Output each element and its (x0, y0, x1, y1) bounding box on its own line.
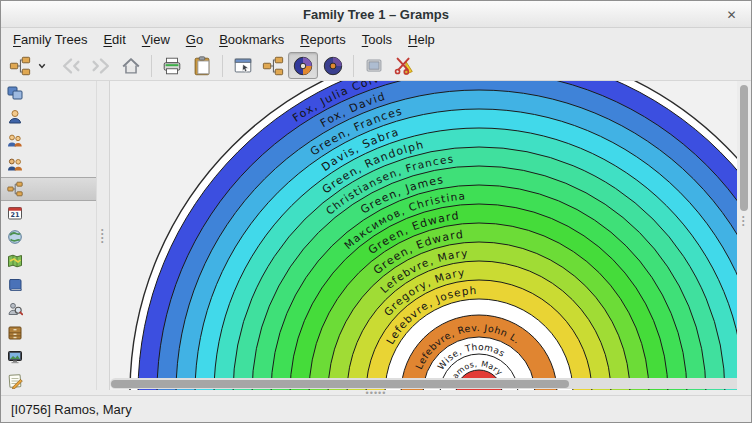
clipboard-button[interactable] (187, 52, 217, 79)
fanchart: Fox, Julia ColvilleFox, DavidGreen, Fran… (110, 81, 737, 390)
sidebar-item-charts[interactable] (1, 177, 96, 201)
repositories-icon (6, 325, 23, 342)
titlebar: Family Tree 1 – Gramps ✕ (1, 1, 751, 28)
menu-bookmarks[interactable]: Bookmarks (211, 30, 292, 49)
sidebar-item-media[interactable] (1, 345, 96, 369)
full-fanchart-view-icon (322, 55, 344, 77)
window-title: Family Tree 1 – Gramps (303, 7, 449, 22)
citations-icon (6, 301, 23, 318)
sidebar-item-places[interactable] (1, 225, 96, 249)
family-trees-button[interactable] (6, 52, 56, 79)
snapshot-button[interactable] (389, 52, 419, 79)
pedigree-view-button[interactable] (258, 52, 288, 79)
snapshot-icon (393, 55, 415, 77)
vertical-scrollbar[interactable]: ••• (737, 81, 751, 390)
charts-icon (6, 181, 23, 198)
full-fanchart-view-button[interactable] (318, 52, 348, 79)
splitter-grip[interactable]: •••• (101, 228, 103, 244)
fanchart-canvas: Fox, Julia ColvilleFox, DavidGreen, Fran… (110, 81, 737, 390)
svg-text:21: 21 (10, 211, 20, 219)
clipboard-icon (191, 55, 213, 77)
horizontal-scrollbar-thumb[interactable] (111, 380, 569, 388)
sidebar-splitter[interactable]: •••• (96, 81, 110, 390)
right-pane-grip[interactable]: ••• (742, 215, 744, 227)
dashboard-icon (6, 85, 23, 102)
sources-icon (6, 277, 23, 294)
active-person-status: [I0756] Ramos, Mary (11, 402, 132, 417)
print-icon (161, 55, 183, 77)
menu-tools[interactable]: Tools (354, 30, 400, 49)
menu-edit[interactable]: Edit (95, 30, 133, 49)
configure-view-button[interactable] (228, 52, 258, 79)
places-icon (6, 229, 23, 246)
media-icon (6, 349, 23, 366)
toolbar-separator (222, 55, 223, 77)
back-button[interactable] (56, 52, 86, 79)
sidebar-item-dashboard[interactable] (1, 81, 96, 105)
events-icon: 21 (6, 205, 23, 222)
configure-view-icon (232, 55, 254, 77)
forward-icon (90, 55, 112, 77)
sidebar-item-events[interactable]: 21 (1, 201, 96, 225)
category-sidebar: 21 (1, 81, 96, 390)
toolbar-separator (151, 55, 152, 77)
close-window-icon[interactable]: ✕ (723, 6, 740, 23)
bottombar-grip[interactable]: ••••• (366, 388, 387, 398)
sidebar-item-people[interactable] (1, 105, 96, 129)
people-icon (6, 109, 23, 126)
sidebar-item-repositories[interactable] (1, 321, 96, 345)
menubar: Family TreesEditViewGoBookmarksReportsTo… (1, 28, 751, 51)
toolbar-separator (353, 55, 354, 77)
forward-button[interactable] (86, 52, 116, 79)
main-area: 21 •••• Fox, Julia ColvilleFox, DavidGre… (1, 81, 751, 390)
menu-go[interactable]: Go (178, 30, 211, 49)
statusbar: [I0756] Ramos, Mary (1, 395, 751, 422)
home-button[interactable] (116, 52, 146, 79)
fanchart-view-button[interactable] (288, 52, 318, 79)
toolbar (1, 51, 751, 81)
sidebar-item-geography[interactable] (1, 249, 96, 273)
sidebar-item-relationships[interactable] (1, 129, 96, 153)
vertical-scrollbar-thumb[interactable] (740, 85, 748, 211)
sidebar-item-citations[interactable] (1, 297, 96, 321)
relationships-icon (6, 133, 23, 150)
export-view-icon (363, 55, 385, 77)
families-icon (6, 157, 23, 174)
chevron-down-icon (31, 55, 53, 77)
fanchart-view-icon (292, 55, 314, 77)
back-icon (60, 55, 82, 77)
menu-help[interactable]: Help (400, 30, 443, 49)
pedigree-view-icon (262, 55, 284, 77)
home-icon (120, 55, 142, 77)
gramps-window: Family Tree 1 – Gramps ✕ Family TreesEdi… (0, 0, 752, 423)
sidebar-item-families[interactable] (1, 153, 96, 177)
sidebar-item-notes[interactable] (1, 369, 96, 390)
export-view-button[interactable] (359, 52, 389, 79)
sidebar-item-sources[interactable] (1, 273, 96, 297)
menu-family-trees[interactable]: Family Trees (5, 30, 95, 49)
bottombar-splitter[interactable]: ••••• (1, 390, 751, 395)
print-button[interactable] (157, 52, 187, 79)
menu-reports[interactable]: Reports (292, 30, 354, 49)
geography-icon (6, 253, 23, 270)
notes-icon (6, 373, 23, 390)
menu-view[interactable]: View (134, 30, 178, 49)
horizontal-scrollbar[interactable] (110, 378, 737, 389)
family-trees-icon (9, 55, 31, 77)
